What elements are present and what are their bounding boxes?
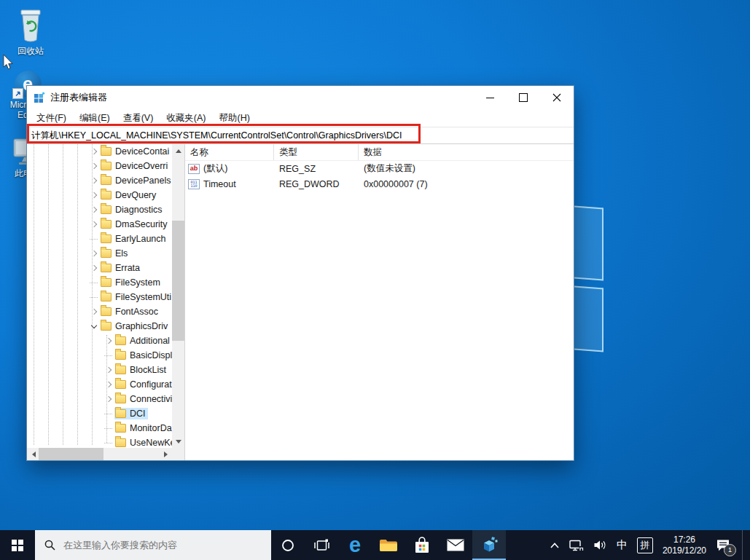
tree-item-filesystemuti[interactable]: FileSystemUti bbox=[27, 290, 172, 304]
chevron-right-icon[interactable] bbox=[90, 205, 100, 215]
recycle-bin-icon bbox=[15, 6, 46, 44]
title-bar[interactable]: 注册表编辑器 bbox=[27, 86, 574, 109]
regedit-taskbar-button[interactable] bbox=[472, 530, 506, 560]
chevron-right-icon[interactable] bbox=[104, 336, 114, 346]
tree-item-configurat[interactable]: Configurat bbox=[27, 377, 172, 392]
scroll-right-arrow[interactable] bbox=[160, 448, 172, 460]
desktop-icon-recycle-bin[interactable]: 回收站 bbox=[3, 6, 58, 56]
tree-item-devicecontai[interactable]: DeviceContai bbox=[27, 144, 172, 159]
chevron-right-icon[interactable] bbox=[90, 307, 100, 317]
registry-values-panel: 名称 类型 数据 (默认) REG_SZ (数值未设置) Timeout REG… bbox=[185, 144, 574, 460]
folder-icon bbox=[101, 264, 112, 272]
tree-item-earlylaunch[interactable]: EarlyLaunch bbox=[27, 232, 172, 246]
folder-icon bbox=[101, 234, 112, 243]
minimize-button[interactable] bbox=[473, 86, 507, 109]
cortana-button[interactable] bbox=[271, 530, 305, 560]
chevron-right-icon[interactable] bbox=[104, 379, 114, 390]
column-header-name[interactable]: 名称 bbox=[185, 144, 274, 160]
scroll-down-arrow[interactable] bbox=[172, 435, 184, 448]
address-bar[interactable]: 计算机\HKEY_LOCAL_MACHINE\SYSTEM\CurrentCon… bbox=[27, 127, 574, 144]
chevron-right-icon[interactable] bbox=[104, 365, 114, 375]
tree-item-dmasecurity[interactable]: DmaSecurity bbox=[27, 217, 172, 232]
folder-icon bbox=[101, 176, 112, 185]
chevron-right-icon[interactable] bbox=[90, 190, 100, 200]
tray-clock[interactable]: 17:26 2019/12/20 bbox=[663, 535, 706, 556]
folder-icon bbox=[115, 336, 126, 345]
tree-item-els[interactable]: Els bbox=[27, 246, 172, 261]
folder-icon bbox=[101, 220, 112, 229]
tree-item-additional[interactable]: Additional bbox=[27, 334, 172, 348]
chevron-right-icon[interactable] bbox=[90, 219, 100, 229]
tree-item-usenewke[interactable]: UseNewKe bbox=[27, 435, 172, 448]
taskbar-search-box[interactable] bbox=[35, 530, 271, 560]
folder-icon bbox=[101, 249, 112, 258]
tree-item-devquery[interactable]: DevQuery bbox=[27, 188, 172, 202]
store-button[interactable] bbox=[405, 530, 439, 560]
menu-view[interactable]: 查看(V) bbox=[117, 110, 160, 127]
folder-icon bbox=[101, 278, 112, 287]
file-explorer-icon bbox=[379, 538, 398, 553]
list-header: 名称 类型 数据 bbox=[185, 144, 574, 161]
mail-button[interactable] bbox=[439, 530, 472, 560]
value-row-timeout[interactable]: Timeout REG_DWORD 0x00000007 (7) bbox=[185, 176, 574, 192]
menu-file[interactable]: 文件(F) bbox=[30, 110, 73, 127]
tree-item-filesystem[interactable]: FileSystem bbox=[27, 275, 172, 290]
folder-icon bbox=[101, 307, 112, 316]
search-input[interactable] bbox=[62, 539, 262, 551]
tree-item-monitorda[interactable]: MonitorDa bbox=[27, 421, 172, 435]
tree-connector bbox=[104, 350, 114, 360]
start-button[interactable] bbox=[0, 530, 35, 560]
value-type: REG_DWORD bbox=[274, 179, 359, 189]
value-row-default[interactable]: (默认) REG_SZ (数值未设置) bbox=[185, 161, 574, 176]
regedit-taskbar-icon bbox=[480, 536, 499, 555]
show-desktop-button[interactable] bbox=[742, 530, 743, 560]
tree-item-graphicsdrivers[interactable]: GraphicsDriv bbox=[27, 319, 172, 334]
folder-icon bbox=[101, 191, 112, 200]
menu-favorites[interactable]: 收藏夹(A) bbox=[160, 110, 212, 127]
chevron-right-icon[interactable] bbox=[90, 146, 100, 157]
file-explorer-button[interactable] bbox=[372, 530, 405, 560]
tree-item-label: DevicePanels bbox=[115, 176, 171, 186]
tree-item-dci[interactable]: DCI bbox=[27, 406, 172, 421]
menu-help[interactable]: 帮助(H) bbox=[212, 110, 256, 127]
tree-item-deviceoverri[interactable]: DeviceOverri bbox=[27, 159, 172, 173]
tree-item-blocklist[interactable]: BlockList bbox=[27, 363, 172, 377]
task-view-button[interactable] bbox=[305, 530, 338, 560]
chevron-right-icon[interactable] bbox=[90, 248, 100, 259]
menu-edit[interactable]: 编辑(E) bbox=[73, 110, 117, 127]
scroll-up-arrow[interactable] bbox=[172, 144, 184, 157]
store-icon bbox=[414, 537, 430, 554]
windows-logo-pane-top bbox=[574, 206, 603, 281]
action-center-button[interactable]: 1 bbox=[716, 539, 730, 552]
tree-horizontal-scrollbar[interactable] bbox=[27, 448, 172, 460]
tree-connector bbox=[90, 277, 100, 288]
column-header-data[interactable]: 数据 bbox=[359, 144, 574, 160]
volume-icon[interactable] bbox=[593, 540, 607, 551]
tree-connector bbox=[104, 409, 114, 419]
tree-vertical-scrollbar[interactable] bbox=[172, 144, 184, 448]
tree-item-diagnostics[interactable]: Diagnostics bbox=[27, 202, 172, 217]
column-header-type[interactable]: 类型 bbox=[274, 144, 359, 160]
scroll-left-arrow[interactable] bbox=[27, 448, 39, 460]
tree-item-basicdispl[interactable]: BasicDispl bbox=[27, 348, 172, 363]
tree-item-errata[interactable]: Errata bbox=[27, 261, 172, 275]
tree-item-connectivi[interactable]: Connectivi bbox=[27, 392, 172, 406]
horizontal-scrollbar-thumb[interactable] bbox=[39, 448, 103, 460]
chevron-right-icon[interactable] bbox=[90, 263, 100, 273]
maximize-button[interactable] bbox=[507, 86, 540, 109]
tree-connector bbox=[104, 423, 114, 433]
chevron-right-icon[interactable] bbox=[90, 161, 100, 171]
edge-taskbar-button[interactable]: e bbox=[338, 530, 372, 560]
vertical-scrollbar-thumb[interactable] bbox=[172, 221, 184, 341]
ime-mode-indicator[interactable]: 拼 bbox=[637, 537, 653, 553]
close-button[interactable] bbox=[540, 86, 574, 109]
chevron-down-icon[interactable] bbox=[90, 321, 100, 331]
chevron-right-icon[interactable] bbox=[104, 394, 114, 404]
start-icon bbox=[12, 540, 23, 551]
ime-language-indicator[interactable]: 中 bbox=[617, 538, 628, 552]
tray-chevron-up-icon[interactable] bbox=[550, 542, 560, 548]
network-icon[interactable] bbox=[569, 540, 584, 551]
chevron-right-icon[interactable] bbox=[90, 176, 100, 186]
tree-item-devicepanels[interactable]: DevicePanels bbox=[27, 173, 172, 188]
tree-item-fontassoc[interactable]: FontAssoc bbox=[27, 304, 172, 319]
